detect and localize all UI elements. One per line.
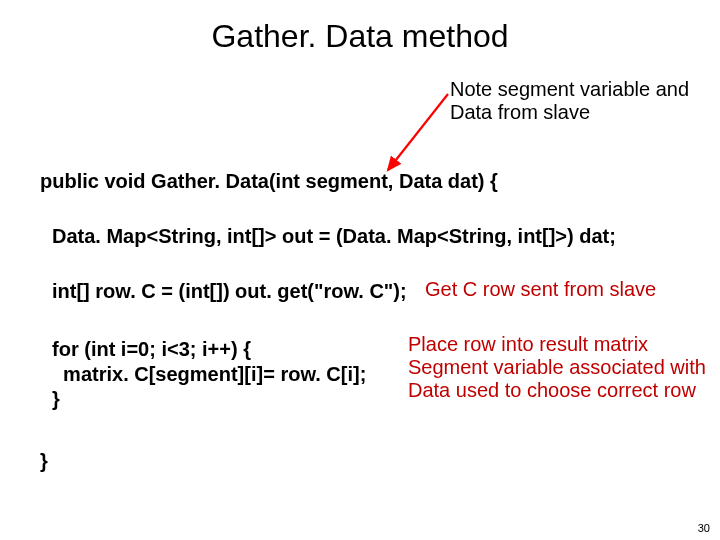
code-close-brace: } (40, 450, 48, 473)
code-rowc: int[] row. C = (int[]) out. get("row. C"… (52, 280, 407, 303)
annotation-loop: Place row into result matrix Segment var… (408, 333, 706, 402)
annotation-loop-line1: Place row into result matrix (408, 333, 648, 355)
note-line2: Data from slave (450, 101, 590, 123)
code-declaration: Data. Map<String, int[]> out = (Data. Ma… (52, 225, 616, 248)
slide-title: Gather. Data method (0, 18, 720, 55)
arrow-icon (382, 90, 454, 176)
svg-line-0 (388, 94, 448, 170)
code-loop-line2: matrix. C[segment][i]= row. C[i]; (52, 363, 366, 385)
code-loop-line1: for (int i=0; i<3; i++) { (52, 338, 251, 360)
code-loop-line3: } (52, 388, 60, 410)
slide: Gather. Data method Note segment variabl… (0, 0, 720, 540)
annotation-rowc: Get C row sent from slave (425, 278, 656, 301)
annotation-loop-line2: Segment variable associated with (408, 356, 706, 378)
note-line1: Note segment variable and (450, 78, 689, 100)
annotation-loop-line3: Data used to choose correct row (408, 379, 696, 401)
page-number: 30 (698, 522, 710, 534)
code-loop: for (int i=0; i<3; i++) { matrix. C[segm… (52, 337, 366, 412)
note-text: Note segment variable and Data from slav… (450, 78, 689, 124)
code-signature: public void Gather. Data(int segment, Da… (40, 170, 498, 193)
